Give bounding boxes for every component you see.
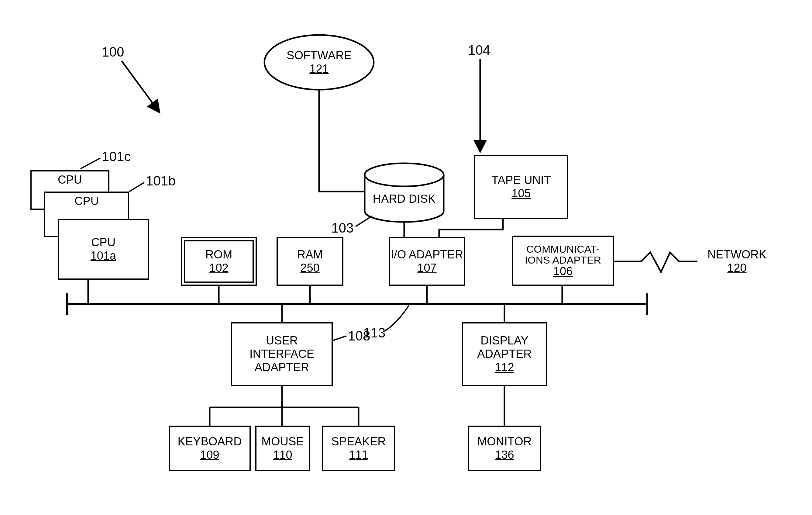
speaker-block: SPEAKER 111 [322, 426, 395, 471]
cpu-c-label: CPU [58, 173, 82, 187]
display-ref: 112 [495, 361, 514, 374]
harddisk-block: HARD DISK [369, 190, 439, 208]
svg-line-3 [121, 61, 160, 113]
cpu-a-block: CPU 101a [58, 219, 149, 280]
diagram-canvas: { "refs": { "system": "100", "cpu_a": "1… [0, 0, 812, 515]
ui-adapter-block: USER INTERFACE ADAPTER [231, 322, 333, 386]
speaker-ref: 111 [349, 449, 368, 462]
network-block: NETWORK 120 [697, 242, 777, 281]
cpu-b-label: CPU [75, 195, 99, 208]
ref-cpu-c: 101c [102, 149, 131, 164]
software-ref: 121 [309, 62, 328, 76]
network-label: NETWORK [707, 248, 766, 261]
ref-cpu-b: 101b [146, 173, 176, 189]
display-adapter-block: DISPLAY ADAPTER 112 [462, 322, 547, 386]
ram-block: RAM 250 [277, 237, 343, 286]
tape-label: TAPE UNIT [491, 174, 551, 187]
svg-line-22 [333, 336, 346, 341]
keyboard-ref: 109 [200, 449, 219, 462]
tape-ref: 105 [512, 187, 530, 200]
rom-label: ROM [205, 248, 232, 261]
comm-adapter-block: COMMUNICAT- IONS ADAPTER 106 [512, 236, 614, 286]
ui-label: USER INTERFACE ADAPTER [232, 334, 331, 374]
harddisk-label: HARD DISK [373, 193, 436, 206]
rom-outer: ROM 102 [181, 237, 257, 286]
software-block: SOFTWARE 121 [275, 46, 363, 79]
io-label: I/O ADAPTER [391, 248, 463, 261]
cpu-a-ref: 101a [91, 249, 116, 263]
monitor-label: MONITOR [477, 435, 532, 449]
ram-ref: 250 [300, 261, 319, 275]
cpu-a-label: CPU [91, 236, 115, 249]
ref-bus: 113 [363, 325, 385, 341]
rom-ref: 102 [209, 261, 228, 275]
io-ref: 107 [417, 261, 436, 275]
ram-label: RAM [297, 248, 323, 261]
software-label: SOFTWARE [287, 49, 352, 62]
comm-ref: 106 [553, 265, 573, 278]
speaker-label: SPEAKER [331, 435, 386, 449]
mouse-ref: 110 [273, 449, 292, 462]
svg-point-6 [365, 163, 444, 187]
io-adapter-block: I/O ADAPTER 107 [389, 237, 465, 286]
network-ref: 120 [727, 261, 746, 275]
ref-harddisk: 103 [331, 221, 353, 236]
svg-line-23 [81, 158, 100, 169]
mouse-label: MOUSE [261, 435, 303, 449]
svg-line-24 [129, 182, 144, 192]
keyboard-block: KEYBOARD 109 [169, 426, 251, 471]
tape-unit-block: TAPE UNIT 105 [474, 155, 568, 219]
ref-tape-lead: 104 [468, 42, 490, 58]
rom-inner: ROM 102 [184, 240, 254, 283]
display-label: DISPLAY ADAPTER [463, 334, 546, 361]
comm-label: COMMUNICAT- IONS ADAPTER [516, 244, 610, 265]
ref-system: 100 [102, 45, 124, 60]
monitor-ref: 136 [495, 449, 514, 462]
monitor-block: MONITOR 136 [468, 426, 541, 471]
svg-line-21 [355, 216, 372, 227]
mouse-block: MOUSE 110 [255, 426, 310, 471]
keyboard-label: KEYBOARD [177, 435, 241, 449]
